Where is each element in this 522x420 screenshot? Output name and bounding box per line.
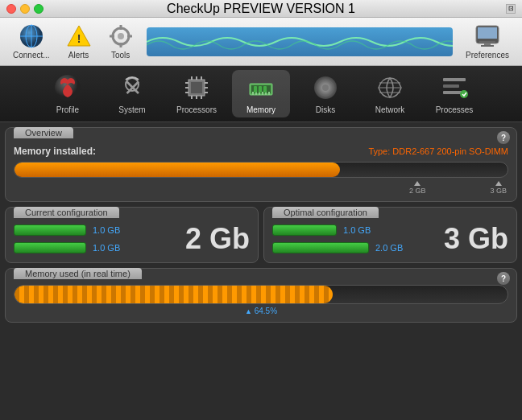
optimal-slot-1-bar [272,224,337,236]
memory-icon [246,73,276,102]
tab-system[interactable]: ✕ System [103,70,161,117]
overview-title: Overview [14,127,73,138]
tab-memory-label: Memory [246,105,276,114]
tab-processors[interactable]: Processors [168,70,226,117]
nav-tabs: Profile ✕ System [0,66,522,122]
memory-used-striped [14,286,333,303]
memory-installed-label: Memory installed: [14,146,96,157]
optimal-slot-1-label: 1.0 GB [343,225,371,235]
memory-used-percent-value: 64.5% [255,307,277,315]
optimal-config-section: Optimal configuration 1.0 GB 2.0 GB 3 Gb [263,207,517,263]
memory-used-bar-container [14,285,508,304]
svg-rect-53 [443,91,462,94]
svg-point-54 [460,90,468,98]
system-icon: ✕ [118,73,147,102]
tab-system-label: System [118,105,145,114]
svg-point-47 [322,84,329,91]
current-config-title: Current configuration [14,207,119,218]
optimal-config-slots: 1.0 GB 2.0 GB [272,224,436,253]
memory-used-help[interactable]: ? [497,272,510,285]
svg-text:!: ! [77,32,81,45]
content-area: Overview ? Memory installed: Type: DDR2-… [0,122,522,420]
tab-processes-label: Processes [436,105,474,114]
traffic-lights [6,4,44,14]
tab-network[interactable]: Network [361,70,419,117]
toolbar-wave-display [147,27,453,56]
current-config-total: 2 Gb [185,222,250,256]
tab-processes[interactable]: Processes [425,70,483,117]
alerts-icon: ! [66,23,92,49]
current-slot-1-label: 1.0 GB [93,225,120,235]
optimal-slot-2-bar [272,242,369,253]
config-row: Current configuration 1.0 GB 1.0 GB 2 Gb… [5,207,517,263]
optimal-config-title: Optimal configuration [272,207,379,218]
optimal-slot-2-label: 2.0 GB [375,243,403,253]
tab-memory[interactable]: Memory [232,70,290,117]
window-title: CheckUp PREVIEW VERSION 1 [167,2,355,16]
svg-point-7 [118,33,124,39]
svg-rect-21 [191,82,202,93]
tab-profile[interactable]: Profile [39,70,97,117]
memory-bar-markers: 2 GB 3 GB [14,181,508,195]
disks-icon [311,73,340,102]
tools-icon [108,23,134,49]
memory-type-label: Type: DDR2-667 200-pin SO-DIMM [368,146,508,156]
svg-rect-16 [481,45,494,47]
tools-label: Tools [111,51,130,60]
optimal-slot-1: 1.0 GB [272,224,436,236]
tab-disks[interactable]: Disks [296,70,354,117]
maximize-button[interactable] [34,4,44,14]
preferences-icon [474,23,500,49]
toolbar-preferences[interactable]: Preferences [459,20,516,63]
svg-rect-13 [478,27,497,39]
svg-rect-43 [259,86,262,93]
memory-used-section: Memory used (in real time) ? ▲ 64.5% [5,268,517,323]
close-button[interactable] [6,4,16,14]
marker-2gb: 2 GB [409,187,426,195]
toolbar-tools[interactable]: Tools [102,20,140,63]
optimal-slot-2: 2.0 GB [272,242,436,253]
toolbar: Connect... ! Alerts Tools [0,18,522,66]
resize-icon[interactable]: ⊡ [506,4,516,14]
toolbar-connect[interactable]: Connect... [6,20,56,63]
current-slot-2-bar [14,242,86,253]
svg-rect-42 [254,86,257,93]
tab-disks-label: Disks [316,105,335,114]
processors-icon [182,73,211,102]
title-bar: CheckUp PREVIEW VERSION 1 ⊡ [0,0,522,18]
current-slot-2: 1.0 GB [14,242,177,253]
svg-rect-51 [443,78,466,81]
connect-icon [19,23,44,49]
memory-bar [14,162,508,178]
memory-used-bar-fill [14,286,333,303]
memory-bar-fill [14,163,340,177]
svg-rect-52 [443,84,459,88]
svg-rect-14 [479,41,495,43]
tab-network-label: Network [375,105,405,114]
memory-used-percent: ▲ 64.5% [14,307,508,315]
preferences-label: Preferences [466,51,509,60]
marker-3gb: 3 GB [490,187,507,195]
memory-used-title: Memory used (in real time) [14,268,142,279]
network-icon [375,73,404,102]
current-config-section: Current configuration 1.0 GB 1.0 GB 2 Gb [5,207,259,263]
tab-profile-label: Profile [56,105,79,114]
toolbar-alerts[interactable]: ! Alerts [60,20,98,63]
profile-icon [53,73,82,102]
svg-rect-44 [263,86,267,93]
current-slot-2-label: 1.0 GB [93,243,120,253]
optimal-config-total: 3 Gb [444,222,508,256]
current-config-slots: 1.0 GB 1.0 GB [14,224,177,253]
alerts-label: Alerts [68,51,89,60]
tab-processors-label: Processors [176,105,217,114]
current-slot-1-bar [14,224,86,236]
connect-label: Connect... [13,51,50,60]
overview-help[interactable]: ? [497,131,510,144]
overview-section: Overview ? Memory installed: Type: DDR2-… [5,127,517,202]
minimize-button[interactable] [20,4,30,14]
processes-icon [440,73,469,102]
current-slot-1: 1.0 GB [14,224,177,236]
